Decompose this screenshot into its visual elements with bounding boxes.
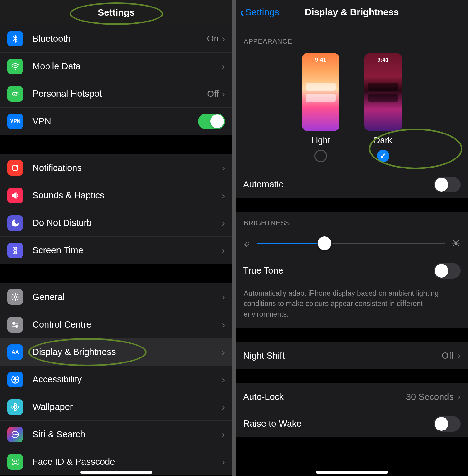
row-bluetooth[interactable]: BluetoothOn› [0,25,232,52]
aa-icon: AA [7,344,23,360]
light-preview: 9:41 [302,53,339,131]
row-control-centre[interactable]: Control Centre› [0,311,232,338]
sound-icon [7,188,23,203]
row-siri-search[interactable]: Siri & Search› [0,420,232,448]
sun-min-icon: ☼ [243,239,251,248]
row-value: Off [207,89,219,99]
row-raise-to-wake[interactable]: Raise to Wake [236,410,468,437]
row-do-not-disturb[interactable]: Do Not Disturb› [0,209,232,236]
svg-point-3 [13,322,15,324]
row-label: VPN [32,116,198,126]
notif-icon [7,160,23,176]
brightness-slider-row: ☼ ☀ [236,232,468,257]
chevron-right-icon: › [222,163,225,173]
section-header-brightness: BRIGHTNESS [236,212,468,232]
row-label: Sounds & Haptics [32,190,222,201]
true-tone-description: Automatically adapt iPhone display based… [236,284,468,328]
row-true-tone[interactable]: True Tone [236,257,468,284]
back-label: Settings [245,7,279,17]
svg-point-8 [15,377,16,378]
svg-point-1 [16,165,18,167]
row-screen-time[interactable]: Screen Time› [0,236,232,264]
chevron-right-icon: › [222,347,225,357]
row-night-shift[interactable]: Night Shift Off › [236,342,468,369]
light-radio[interactable] [314,150,327,162]
nav-header: Settings [0,0,232,25]
row-label: Do Not Disturb [32,218,222,228]
svg-point-11 [14,408,17,410]
automatic-toggle[interactable] [434,177,461,192]
row-wallpaper[interactable]: Wallpaper› [0,393,232,420]
svg-point-15 [14,461,14,461]
bluetooth-icon [7,31,23,46]
row-value: On [207,34,219,44]
siri-icon [7,427,23,442]
true-tone-toggle[interactable] [434,263,461,279]
row-label: Personal Hotspot [32,89,207,99]
chevron-right-icon: › [457,391,461,402]
row-auto-lock[interactable]: Auto-Lock 30 Seconds › [236,383,468,410]
chevron-right-icon: › [222,33,225,44]
chevron-left-icon: ‹ [240,6,244,18]
home-indicator[interactable] [80,471,152,474]
annotation-circle-title [70,2,163,25]
row-label: Display & Brightness [32,347,222,357]
chevron-right-icon: › [222,319,225,330]
row-label: Siri & Search [32,429,222,440]
moon-icon [7,215,23,231]
row-label: Mobile Data [32,61,222,71]
nav-header: ‹ Settings Display & Brightness [236,0,468,24]
row-accessibility[interactable]: Accessibility› [0,366,232,393]
row-label: Face ID & Passcode [32,457,222,467]
link-icon [7,86,23,102]
chevron-right-icon: › [222,374,225,385]
raise-to-wake-toggle[interactable] [434,416,461,432]
svg-point-12 [12,406,14,408]
vpn-icon: VPN [7,114,23,129]
chevron-right-icon: › [222,89,225,99]
home-indicator[interactable] [316,471,388,474]
row-label: General [32,292,222,302]
hourglass-icon [7,243,23,258]
appearance-option-light[interactable]: 9:41 Light [302,53,339,162]
dark-preview: 9:41 [364,53,402,131]
auto-lock-value: 30 Seconds [406,392,454,402]
chevron-right-icon: › [222,429,225,440]
chevron-right-icon: › [222,218,225,228]
svg-point-5 [16,325,18,327]
chevron-right-icon: › [222,245,225,256]
chevron-right-icon: › [222,190,225,201]
row-mobile-data[interactable]: Mobile Data› [0,52,232,80]
appearance-option-dark[interactable]: 9:41 Dark [364,53,402,162]
face-icon [7,454,23,470]
row-general[interactable]: General› [0,283,232,311]
section-header-appearance: APPEARANCE [236,24,468,51]
dark-radio[interactable] [377,150,389,162]
row-vpn[interactable]: VPNVPN [0,107,232,135]
person-icon [7,372,23,387]
toggle[interactable] [198,114,225,129]
row-sounds-haptics[interactable]: Sounds & Haptics› [0,182,232,209]
row-notifications[interactable]: Notifications› [0,154,232,182]
svg-point-9 [14,406,17,408]
chevron-right-icon: › [222,402,225,412]
back-button[interactable]: ‹ Settings [240,6,279,18]
page-title: Display & Brightness [305,7,399,17]
row-personal-hotspot[interactable]: Personal HotspotOff› [0,80,232,107]
true-tone-label: True Tone [243,265,283,276]
brightness-slider[interactable] [257,243,445,244]
row-label: Bluetooth [32,34,207,44]
light-label: Light [311,135,330,145]
row-automatic[interactable]: Automatic [236,171,468,198]
svg-point-13 [17,406,19,408]
sun-max-icon: ☀ [451,237,461,250]
row-display-brightness[interactable]: AADisplay & Brightness› [0,338,232,366]
row-label: Wallpaper [32,402,222,412]
appearance-panel: 9:41 Light 9:41 Dark [236,51,468,171]
row-label: Control Centre [32,319,222,330]
switches-icon [7,317,23,333]
chevron-right-icon: › [222,292,225,302]
svg-point-10 [14,403,17,406]
night-shift-label: Night Shift [243,351,285,361]
row-label: Notifications [32,163,222,173]
